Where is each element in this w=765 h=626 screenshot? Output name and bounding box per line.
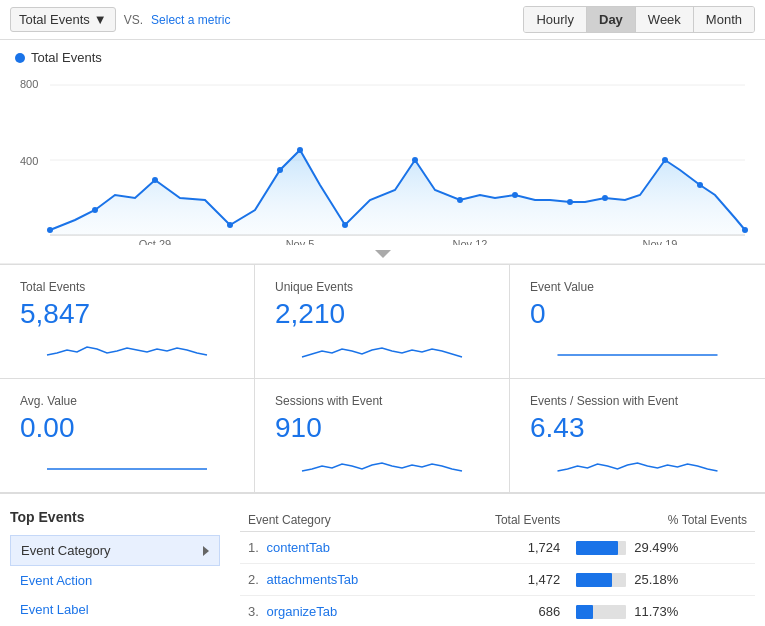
chart-expand-icon[interactable] <box>375 250 391 258</box>
chart-container: 800 400 <box>15 70 750 258</box>
svg-point-11 <box>297 147 303 153</box>
stats-grid: Total Events 5,847 Unique Events 2,210 E… <box>0 264 765 493</box>
dropdown-icon: ▼ <box>94 12 107 27</box>
row-link-2[interactable]: organizeTab <box>266 604 337 619</box>
legend-dot <box>15 53 25 63</box>
sidebar-item-link-1[interactable]: Event Action <box>20 573 92 588</box>
stat-value-0: 5,847 <box>20 298 234 330</box>
primary-metric-label: Total Events <box>19 12 90 27</box>
row-num-1: 2. <box>248 572 259 587</box>
table-row: 1. contentTab 1,724 29.49% <box>240 532 755 564</box>
svg-point-6 <box>47 227 53 233</box>
bar-track-1 <box>576 573 626 587</box>
sparkline-3 <box>20 449 234 479</box>
metric-selector: Total Events ▼ VS. Select a metric <box>10 7 230 32</box>
svg-point-10 <box>277 167 283 173</box>
sparkline-1 <box>275 335 489 365</box>
svg-point-14 <box>457 197 463 203</box>
row-total-0: 1,724 <box>440 532 569 564</box>
svg-point-17 <box>602 195 608 201</box>
sparkline-2 <box>530 335 745 365</box>
col-header-pct: % Total Events <box>568 509 755 532</box>
row-link-0[interactable]: contentTab <box>266 540 330 555</box>
chart-legend: Total Events <box>15 50 750 65</box>
bar-fill-1 <box>576 573 612 587</box>
sidebar-item-link-2[interactable]: Event Label <box>20 602 89 617</box>
header-bar: Total Events ▼ VS. Select a metric Hourl… <box>0 0 765 40</box>
stat-events-per-session: Events / Session with Event 6.43 <box>510 379 765 493</box>
bar-track-2 <box>576 605 626 619</box>
bar-fill-2 <box>576 605 593 619</box>
sparkline-4 <box>275 449 489 479</box>
sidebar-item-event-label[interactable]: Event Label <box>10 595 220 624</box>
bar-container-2: 11.73% <box>576 604 747 619</box>
row-pct-1: 25.18% <box>634 572 678 587</box>
primary-metric-button[interactable]: Total Events ▼ <box>10 7 116 32</box>
stat-label-4: Sessions with Event <box>275 394 489 408</box>
stat-value-1: 2,210 <box>275 298 489 330</box>
sparkline-0 <box>20 335 234 365</box>
select-metric-link[interactable]: Select a metric <box>151 13 230 27</box>
time-btn-month[interactable]: Month <box>694 7 754 32</box>
svg-text:Nov 12: Nov 12 <box>453 238 488 245</box>
stat-unique-events: Unique Events 2,210 <box>255 265 510 379</box>
vs-text: VS. <box>124 13 143 27</box>
svg-point-19 <box>697 182 703 188</box>
row-pct-0: 29.49% <box>634 540 678 555</box>
row-pct-cell-2: 11.73% <box>568 596 755 627</box>
svg-text:Nov 19: Nov 19 <box>643 238 678 245</box>
svg-text:Oct 29: Oct 29 <box>139 238 171 245</box>
row-pct-cell-1: 25.18% <box>568 564 755 596</box>
svg-text:400: 400 <box>20 155 38 167</box>
svg-point-15 <box>512 192 518 198</box>
time-btn-hourly[interactable]: Hourly <box>524 7 587 32</box>
stat-value-4: 910 <box>275 412 489 444</box>
row-category-1: 2. attachmentsTab <box>240 564 440 596</box>
col-header-category: Event Category <box>240 509 440 532</box>
sidebar-item-label-0: Event Category <box>21 543 111 558</box>
svg-point-12 <box>342 222 348 228</box>
row-category-0: 1. contentTab <box>240 532 440 564</box>
table-row: 2. attachmentsTab 1,472 25.18% <box>240 564 755 596</box>
bar-container-1: 25.18% <box>576 572 747 587</box>
chevron-right-icon <box>203 546 209 556</box>
sparkline-5 <box>530 449 745 479</box>
bar-fill-0 <box>576 541 618 555</box>
row-link-1[interactable]: attachmentsTab <box>266 572 358 587</box>
svg-point-8 <box>152 177 158 183</box>
svg-point-16 <box>567 199 573 205</box>
time-controls: Hourly Day Week Month <box>523 6 755 33</box>
stat-label-1: Unique Events <box>275 280 489 294</box>
chart-area: Total Events 800 400 <box>0 40 765 264</box>
bottom-section: Top Events Event Category Event Action E… <box>0 493 765 626</box>
row-num-0: 1. <box>248 540 259 555</box>
main-chart: 800 400 <box>15 70 750 245</box>
time-btn-day[interactable]: Day <box>587 7 636 32</box>
bar-container-0: 29.49% <box>576 540 747 555</box>
table-header-row: Event Category Total Events % Total Even… <box>240 509 755 532</box>
row-num-2: 3. <box>248 604 259 619</box>
svg-point-9 <box>227 222 233 228</box>
stat-event-value: Event Value 0 <box>510 265 765 379</box>
stat-label-3: Avg. Value <box>20 394 234 408</box>
stat-value-3: 0.00 <box>20 412 234 444</box>
row-pct-2: 11.73% <box>634 604 678 619</box>
stat-sessions-with-event: Sessions with Event 910 <box>255 379 510 493</box>
sidebar-item-event-category[interactable]: Event Category <box>10 535 220 566</box>
col-header-total: Total Events <box>440 509 569 532</box>
bar-track-0 <box>576 541 626 555</box>
top-events-title: Top Events <box>10 509 220 525</box>
stat-label-0: Total Events <box>20 280 234 294</box>
row-pct-cell-0: 29.49% <box>568 532 755 564</box>
stat-avg-value: Avg. Value 0.00 <box>0 379 255 493</box>
stat-label-5: Events / Session with Event <box>530 394 745 408</box>
svg-point-18 <box>662 157 668 163</box>
stat-value-5: 6.43 <box>530 412 745 444</box>
stat-total-events: Total Events 5,847 <box>0 265 255 379</box>
time-btn-week[interactable]: Week <box>636 7 694 32</box>
stat-label-2: Event Value <box>530 280 745 294</box>
sidebar-item-event-action[interactable]: Event Action <box>10 566 220 595</box>
svg-text:Nov 5: Nov 5 <box>286 238 315 245</box>
row-total-1: 1,472 <box>440 564 569 596</box>
row-category-2: 3. organizeTab <box>240 596 440 627</box>
